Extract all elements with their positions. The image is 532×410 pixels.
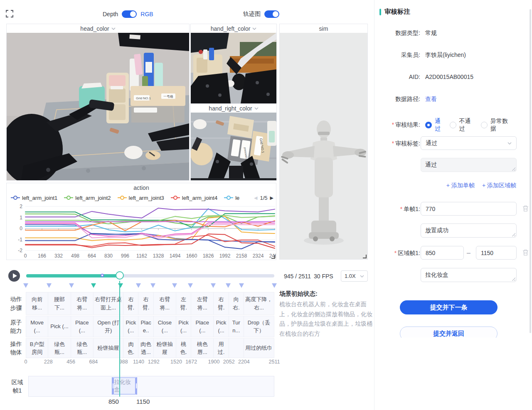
- play-button[interactable]: [8, 270, 20, 282]
- table-cell[interactable]: Place (...: [71, 316, 94, 337]
- timeline-marker[interactable]: [226, 283, 231, 288]
- radio-fail[interactable]: [450, 122, 456, 128]
- single-frame-note[interactable]: 放置成功: [421, 223, 517, 238]
- table-cell[interactable]: 用过.: [214, 338, 229, 358]
- legend-prev-icon[interactable]: ◀: [254, 195, 257, 201]
- scene-initial-state: 场景初始状态: 梳妆台在机器人前，化妆盒在桌面上，化妆盒的侧边摆放着物品，化妆品…: [279, 290, 372, 339]
- range-separator: –: [467, 249, 470, 257]
- table-cell[interactable]: 向右.: [229, 292, 244, 315]
- table-cell[interactable]: 右臂.: [214, 292, 229, 315]
- region-frame-label: *区域帧1:: [379, 250, 420, 257]
- delete-single-frame-icon[interactable]: [522, 205, 529, 212]
- region-block[interactable]: 拉化妆盒: [112, 377, 137, 395]
- single-frame-input[interactable]: 770: [421, 202, 517, 216]
- scene-description: 梳妆台在机器人前，化妆盒在桌面上，化妆盒的侧边摆放着物品，化妆品，护肤品盒垃圾在…: [279, 300, 372, 339]
- table-cell[interactable]: Pick (...: [176, 316, 191, 337]
- hand-right-color-title-bar[interactable]: hand_right_color: [191, 104, 276, 113]
- table-cell[interactable]: Drop（丢下）: [244, 316, 274, 337]
- radio-abnormal-label[interactable]: 异常数据: [490, 118, 512, 133]
- table-cell[interactable]: 粉饼抽屉: [154, 338, 176, 358]
- region-track[interactable]: 拉化妆盒: [28, 376, 274, 397]
- review-tag-select[interactable]: 通过: [421, 136, 517, 150]
- radio-fail-label[interactable]: 不通过: [459, 118, 475, 133]
- table-cell[interactable]: 绿色瓶...: [71, 338, 94, 358]
- timeline-marker[interactable]: [23, 283, 28, 288]
- table-cell[interactable]: 桃色唇...: [191, 338, 214, 358]
- legend-item-left_arm_joint1[interactable]: left_arm_joint1: [11, 195, 57, 201]
- axis-tick-label: 684: [89, 359, 98, 365]
- svg-text:1328: 1328: [153, 253, 164, 259]
- hand-left-color-title-bar[interactable]: hand_left_color: [191, 24, 276, 33]
- timeline-marker[interactable]: [150, 283, 155, 288]
- review-tag-note[interactable]: 通过: [421, 158, 517, 172]
- legend-item-le[interactable]: le: [224, 195, 239, 201]
- timeline-marker[interactable]: [47, 283, 52, 288]
- speed-select[interactable]: 1.0X: [341, 270, 368, 282]
- trajectory-switch[interactable]: [264, 10, 279, 18]
- atomic-ability-cells: Move (...Pick (...Place (...Open (打开)Pic…: [26, 316, 274, 337]
- table-cell[interactable]: 腰部下...: [48, 292, 71, 315]
- legend-next-icon[interactable]: ▶: [270, 195, 273, 201]
- legend-item-left_arm_joint2[interactable]: left_arm_joint2: [64, 195, 111, 201]
- table-cell[interactable]: 高度下降，右...: [244, 292, 274, 315]
- resize-handle-icon[interactable]: [271, 255, 275, 259]
- region-end-input[interactable]: 1150: [476, 246, 517, 260]
- add-region-frame-link[interactable]: + 添加区域帧: [482, 182, 516, 189]
- table-cell[interactable]: Pick (...: [214, 316, 229, 337]
- table-cell[interactable]: Pick (...: [123, 316, 138, 337]
- timeline-marker[interactable]: [118, 283, 123, 288]
- submit-return-button[interactable]: 提交并返回: [400, 327, 498, 338]
- timeline-marker[interactable]: [211, 283, 216, 288]
- timeline-progress-bar[interactable]: [26, 274, 274, 277]
- region-frame-note[interactable]: 拉化妆盒: [421, 268, 517, 282]
- radio-pass-label[interactable]: 通过: [435, 118, 446, 133]
- timeline-marker[interactable]: [91, 283, 96, 288]
- timeline-marker[interactable]: [272, 283, 277, 288]
- single-frame-dot[interactable]: [101, 274, 104, 277]
- delete-region-frame-icon[interactable]: [522, 249, 529, 256]
- action-chart-canvas: 210-1-2016633249866483099611621328149416…: [7, 203, 276, 260]
- radio-abnormal[interactable]: [481, 122, 488, 128]
- table-cell[interactable]: 右臂将...: [154, 292, 176, 315]
- table-cell[interactable]: 右臂.: [123, 292, 138, 315]
- scrollbar-thumb[interactable]: [530, 9, 531, 333]
- table-cell[interactable]: 桃色.: [176, 338, 191, 358]
- region-start-input[interactable]: 850: [421, 246, 464, 260]
- timeline-marker[interactable]: [172, 283, 177, 288]
- table-cell[interactable]: 用过的纸巾: [244, 338, 274, 358]
- timeline-marker[interactable]: [188, 283, 193, 288]
- submit-next-button[interactable]: 提交并下一条: [400, 300, 498, 314]
- data-path-view-link[interactable]: 查看: [425, 96, 437, 103]
- depth-rgb-switch[interactable]: [122, 10, 137, 18]
- legend-item-left_arm_joint3[interactable]: left_arm_joint3: [118, 195, 164, 201]
- table-cell[interactable]: 向前移...: [26, 292, 48, 315]
- radio-pass[interactable]: [425, 122, 432, 128]
- table-cell[interactable]: 右臂将...: [71, 292, 94, 315]
- table-cell[interactable]: Place..: [138, 316, 153, 337]
- table-cell[interactable]: 肉色透...: [138, 338, 153, 358]
- table-cell[interactable]: 右臂.: [138, 292, 153, 315]
- hand-left-color-panel: hand_left_color: [190, 24, 277, 104]
- table-cell[interactable]: B户型房间: [26, 338, 48, 358]
- table-cell[interactable]: 绿色瓶...: [48, 338, 71, 358]
- table-cell[interactable]: 肉色.: [123, 338, 138, 358]
- table-cell[interactable]: [229, 338, 244, 358]
- table-cell[interactable]: Move (...: [26, 316, 48, 337]
- table-cell[interactable]: Pick (...: [48, 316, 71, 337]
- timeline-marker[interactable]: [69, 283, 74, 288]
- head-color-title-bar[interactable]: head_color: [7, 24, 189, 33]
- resize-handle-icon[interactable]: [363, 255, 367, 258]
- timeline-handle[interactable]: [116, 271, 124, 280]
- table-cell[interactable]: 左臂.: [176, 292, 191, 315]
- table-cell[interactable]: Close (...: [154, 316, 176, 337]
- table-cell[interactable]: 左臂将...: [191, 292, 214, 315]
- add-single-frame-link[interactable]: + 添加单帧: [446, 182, 475, 189]
- chevron-down-icon: [507, 142, 512, 145]
- svg-text:664: 664: [88, 253, 96, 259]
- legend-item-left_arm_joint4[interactable]: left_arm_joint4: [171, 195, 217, 201]
- table-cell[interactable]: Turn...: [229, 316, 244, 337]
- timeline-marker[interactable]: [239, 283, 244, 288]
- timeline-marker[interactable]: [136, 283, 141, 288]
- table-cell[interactable]: Place (...: [191, 316, 214, 337]
- fullscreen-icon[interactable]: [6, 10, 13, 17]
